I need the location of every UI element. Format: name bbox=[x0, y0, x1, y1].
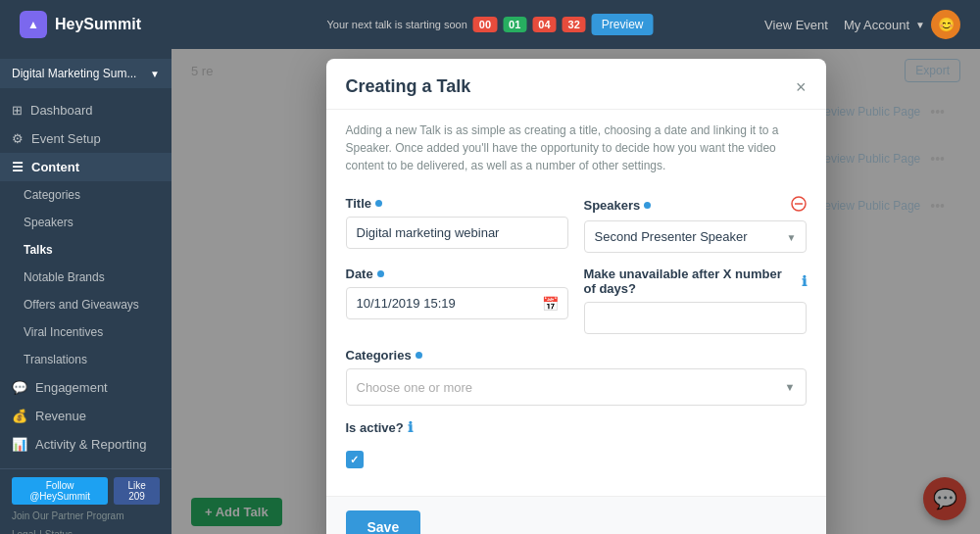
modal-title: Creating a Talk bbox=[346, 76, 471, 97]
title-speakers-row: Title Speakers bbox=[346, 196, 807, 253]
partner-link[interactable]: Join Our Partner Program bbox=[12, 510, 160, 521]
chevron-down-icon: ▼ bbox=[150, 69, 160, 79]
talk-notice: Your next talk is starting soon 00 01 04… bbox=[327, 14, 654, 35]
timer-4: 32 bbox=[563, 17, 586, 32]
sidebar-item-speakers[interactable]: Speakers bbox=[0, 209, 172, 236]
brand-icon: ▲ bbox=[20, 11, 47, 38]
view-event-link[interactable]: View Event bbox=[764, 18, 828, 32]
date-field-group: Date 📅 bbox=[346, 267, 568, 334]
speaker-select-wrapper: Second Presenter Speaker ▼ bbox=[584, 220, 807, 253]
sidebar-item-engagement[interactable]: 💬 Engagement bbox=[0, 373, 172, 402]
is-active-checkbox-wrapper: ✓ bbox=[346, 451, 807, 468]
chevron-down-icon: ▼ bbox=[785, 381, 796, 393]
brand: ▲ HeySummit bbox=[20, 11, 141, 38]
title-field-group: Title bbox=[346, 196, 568, 253]
categories-placeholder: Choose one or more bbox=[357, 380, 473, 395]
sidebar: Digital Marketing Sum... ▼ ⊞ Dashboard ⚙… bbox=[0, 49, 172, 534]
modal-close-button[interactable]: × bbox=[796, 78, 807, 96]
categories-select[interactable]: Choose one or more ▼ bbox=[346, 368, 807, 406]
categories-required-dot bbox=[416, 352, 422, 359]
sidebar-item-translations[interactable]: Translations bbox=[0, 346, 172, 373]
is-active-checkbox[interactable]: ✓ bbox=[346, 451, 364, 468]
speakers-field-group: Speakers Second Presenter Speaker bbox=[584, 196, 807, 253]
modal-description: Adding a new Talk is as simple as creati… bbox=[326, 110, 826, 186]
sidebar-item-offers-giveaways[interactable]: Offers and Giveaways bbox=[0, 291, 172, 318]
legal-link[interactable]: Legal bbox=[12, 529, 35, 534]
main-layout: Digital Marketing Sum... ▼ ⊞ Dashboard ⚙… bbox=[0, 49, 980, 534]
facebook-like-button[interactable]: Like 209 bbox=[114, 477, 160, 505]
chevron-down-icon: ▼ bbox=[915, 20, 925, 30]
date-input-wrapper: 📅 bbox=[346, 287, 568, 319]
preview-button[interactable]: Preview bbox=[592, 14, 654, 35]
calendar-icon[interactable]: 📅 bbox=[542, 296, 559, 312]
sidebar-bottom: Follow @HeySummit Like 209 Join Our Part… bbox=[0, 468, 172, 534]
sidebar-item-activity-reporting[interactable]: 📊 Activity & Reporting bbox=[0, 430, 172, 459]
speaker-select[interactable]: Second Presenter Speaker bbox=[584, 220, 807, 253]
sidebar-item-talks[interactable]: Talks bbox=[0, 236, 172, 264]
unavailable-input[interactable] bbox=[584, 302, 807, 334]
title-label: Title bbox=[346, 196, 568, 211]
sidebar-item-viral-incentives[interactable]: Viral Incentives bbox=[0, 318, 172, 346]
twitter-follow-button[interactable]: Follow @HeySummit bbox=[12, 477, 108, 505]
timer-2: 01 bbox=[503, 17, 526, 32]
title-input[interactable] bbox=[346, 217, 568, 249]
navbar-right: View Event My Account ▼ 😊 bbox=[764, 10, 960, 39]
date-input[interactable] bbox=[346, 287, 568, 319]
brand-name: HeySummit bbox=[55, 16, 141, 33]
create-talk-modal: Creating a Talk × Adding a new Talk is a… bbox=[326, 59, 826, 534]
sidebar-item-event-setup[interactable]: ⚙ Event Setup bbox=[0, 124, 172, 153]
speakers-required-dot bbox=[644, 202, 651, 209]
navbar: ▲ HeySummit Your next talk is starting s… bbox=[0, 0, 980, 49]
date-label: Date bbox=[346, 267, 568, 281]
sidebar-item-dashboard[interactable]: ⊞ Dashboard bbox=[0, 96, 172, 124]
timer-1: 00 bbox=[473, 17, 497, 32]
remove-speaker-icon[interactable] bbox=[791, 196, 807, 215]
is-active-label: Is active? ℹ bbox=[346, 419, 413, 435]
footer-links: Legal | Status bbox=[12, 525, 160, 534]
content-area: 5 re Export 👁 Preview Public Page ••• 👁 … bbox=[172, 49, 980, 534]
content-icon: ☰ bbox=[12, 160, 24, 174]
date-required-dot bbox=[377, 270, 384, 277]
sidebar-item-revenue[interactable]: 💰 Revenue bbox=[0, 402, 172, 430]
date-unavailable-row: Date 📅 Make unavailable after X number o… bbox=[346, 267, 807, 334]
dashboard-icon: ⊞ bbox=[12, 103, 23, 118]
event-selector[interactable]: Digital Marketing Sum... ▼ bbox=[0, 59, 172, 88]
categories-label: Categories bbox=[346, 348, 807, 363]
is-active-row: Is active? ℹ bbox=[346, 419, 807, 435]
social-buttons: Follow @HeySummit Like 209 bbox=[12, 477, 160, 505]
title-required-dot bbox=[375, 200, 382, 207]
status-link[interactable]: Status bbox=[45, 529, 73, 534]
modal-body: Title Speakers bbox=[326, 186, 826, 496]
avatar: 😊 bbox=[931, 10, 960, 39]
sidebar-item-notable-brands[interactable]: Notable Brands bbox=[0, 264, 172, 291]
check-icon: ✓ bbox=[350, 454, 359, 466]
info-icon-active[interactable]: ℹ bbox=[408, 419, 413, 435]
revenue-icon: 💰 bbox=[12, 409, 27, 423]
engagement-icon: 💬 bbox=[12, 380, 27, 395]
sidebar-item-categories[interactable]: Categories bbox=[0, 181, 172, 209]
gear-icon: ⚙ bbox=[12, 131, 24, 146]
reporting-icon: 📊 bbox=[12, 437, 27, 452]
info-icon[interactable]: ℹ bbox=[802, 273, 807, 289]
my-account-menu[interactable]: My Account ▼ 😊 bbox=[844, 10, 960, 39]
modal-footer: Save bbox=[326, 496, 826, 534]
speakers-label: Speakers bbox=[584, 196, 807, 215]
save-button[interactable]: Save bbox=[346, 510, 421, 534]
modal-header: Creating a Talk × bbox=[326, 59, 826, 110]
unavailable-label: Make unavailable after X number of days?… bbox=[584, 267, 807, 296]
sidebar-item-content[interactable]: ☰ Content bbox=[0, 153, 172, 181]
categories-field-group: Categories Choose one or more ▼ bbox=[346, 348, 807, 406]
svg-rect-1 bbox=[795, 203, 803, 205]
unavailable-field-group: Make unavailable after X number of days?… bbox=[584, 267, 807, 334]
modal-overlay: Creating a Talk × Adding a new Talk is a… bbox=[172, 49, 980, 534]
timer-3: 04 bbox=[532, 17, 556, 32]
